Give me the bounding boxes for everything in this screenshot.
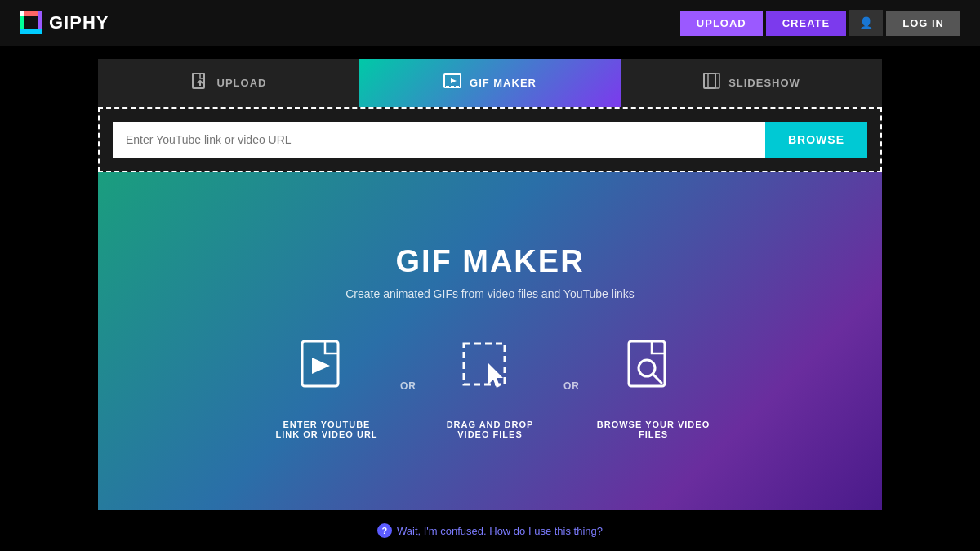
or-text-1: OR <box>400 380 416 392</box>
upload-button[interactable]: UPLOAD <box>680 11 763 36</box>
footer: ? Wait, I'm confused. How do I use this … <box>0 510 980 551</box>
header: GIPHY UPLOAD CREATE 👤 LOG IN <box>0 0 980 46</box>
or-text-2: OR <box>564 380 580 392</box>
url-input[interactable] <box>113 122 765 158</box>
user-icon: 👤 <box>859 16 873 29</box>
tab-gif-maker-label: GIF MAKER <box>470 77 537 89</box>
drag-drop-option-label: DRAG AND DROP VIDEO FILES <box>433 420 547 439</box>
svg-rect-4 <box>20 11 24 16</box>
svg-rect-10 <box>451 86 454 87</box>
browse-button[interactable]: BROWSE <box>765 122 867 158</box>
svg-rect-9 <box>446 86 449 87</box>
tab-slideshow[interactable]: SLIDESHOW <box>621 59 882 107</box>
logo-area: GIPHY <box>20 11 109 34</box>
slideshow-tab-icon <box>702 72 720 94</box>
help-text: Wait, I'm confused. How do I use this th… <box>397 525 603 537</box>
logo-text: GIPHY <box>49 12 109 33</box>
svg-rect-16 <box>464 344 505 384</box>
svg-rect-12 <box>704 73 715 88</box>
options-row: ENTER YOUTUBE LINK OR VIDEO URL OR DRAG … <box>270 333 710 439</box>
drag-drop-option-icon <box>453 333 527 407</box>
tab-slideshow-label: SLIDESHOW <box>728 77 800 89</box>
svg-marker-8 <box>451 78 457 83</box>
option-drag-drop: DRAG AND DROP VIDEO FILES <box>433 333 547 439</box>
youtube-option-label: ENTER YOUTUBE LINK OR VIDEO URL <box>270 420 384 439</box>
browse-option-label: BROWSE YOUR VIDEO FILES <box>596 420 710 439</box>
svg-rect-5 <box>193 73 204 88</box>
login-button[interactable]: LOG IN <box>886 11 960 36</box>
giphy-logo-icon <box>20 11 42 34</box>
create-button[interactable]: CREATE <box>766 11 846 36</box>
option-youtube: ENTER YOUTUBE LINK OR VIDEO URL <box>270 333 384 439</box>
upload-tab-icon <box>191 72 209 94</box>
gif-maker-section: GIF MAKER Create animated GIFs from vide… <box>98 172 882 510</box>
svg-rect-13 <box>708 73 719 88</box>
help-link[interactable]: ? Wait, I'm confused. How do I use this … <box>377 523 603 538</box>
browse-option-icon <box>617 333 690 407</box>
gif-maker-title: GIF MAKER <box>395 244 584 279</box>
tab-upload-label: UPLOAD <box>217 77 267 89</box>
gif-maker-subtitle: Create animated GIFs from video files an… <box>345 287 635 300</box>
svg-line-20 <box>653 374 662 383</box>
option-browse: BROWSE YOUR VIDEO FILES <box>596 333 710 439</box>
svg-marker-15 <box>312 358 330 374</box>
help-icon: ? <box>377 523 392 538</box>
tab-upload[interactable]: UPLOAD <box>98 59 359 107</box>
tabs-container: UPLOAD GIF MAKER SLIDESHOW <box>98 59 882 107</box>
header-nav: UPLOAD CREATE 👤 LOG IN <box>680 10 960 36</box>
user-icon-button[interactable]: 👤 <box>849 10 883 36</box>
tab-gif-maker[interactable]: GIF MAKER <box>359 59 621 107</box>
url-section: BROWSE <box>98 107 882 172</box>
youtube-option-icon <box>290 333 363 407</box>
main-content: UPLOAD GIF MAKER SLIDESHOW <box>0 46 980 510</box>
gif-maker-tab-icon <box>443 72 461 94</box>
svg-rect-11 <box>456 86 459 87</box>
svg-rect-3 <box>20 29 42 34</box>
